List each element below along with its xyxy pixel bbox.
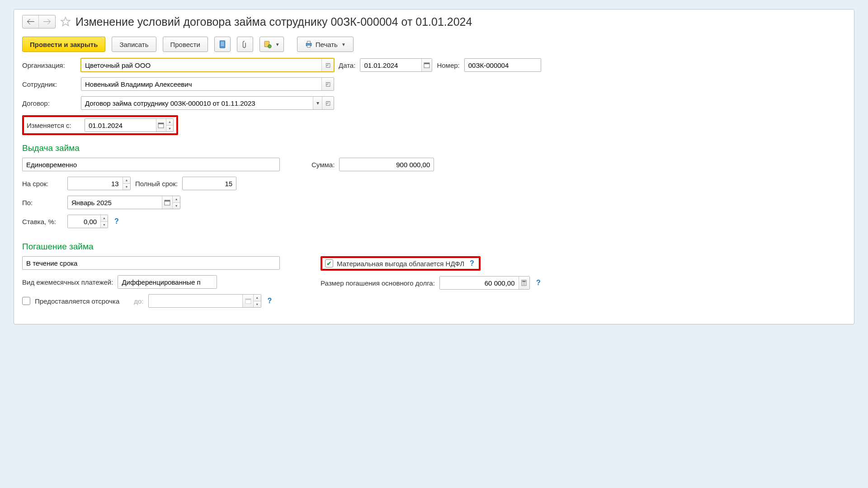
calendar-icon[interactable] — [162, 196, 172, 209]
contract-field[interactable]: ▾ ◰ — [81, 96, 334, 110]
help-icon[interactable]: ? — [266, 297, 274, 305]
chevron-down-icon: ▼ — [275, 42, 280, 47]
svg-rect-17 — [245, 299, 251, 300]
grace-checkbox[interactable] — [22, 297, 30, 305]
svg-point-24 — [524, 284, 524, 285]
svg-point-25 — [524, 284, 525, 285]
contract-input[interactable] — [81, 97, 313, 109]
report-icon-button[interactable] — [214, 37, 231, 52]
payment-type-label: Вид ежемесячных платежей: — [22, 278, 113, 286]
calendar-icon[interactable] — [421, 59, 432, 71]
calculator-icon[interactable] — [519, 277, 529, 289]
amount-input[interactable] — [340, 158, 434, 171]
rate-spinner[interactable]: ▲▼ — [100, 215, 108, 228]
open-ref-icon[interactable]: ◰ — [322, 97, 334, 109]
number-label: Номер: — [437, 61, 459, 69]
more-actions-button[interactable]: ▼ — [259, 37, 284, 52]
svg-rect-15 — [165, 200, 170, 202]
issuance-mode-input[interactable] — [23, 158, 279, 171]
issuance-block: На срок: ▲▼ Полный срок: По: ▲▼ — [22, 158, 846, 234]
for-term-input[interactable] — [68, 177, 123, 190]
grace-spinner[interactable]: ▲▼ — [253, 295, 261, 307]
help-icon[interactable]: ? — [534, 279, 542, 287]
amount-field[interactable] — [339, 158, 434, 171]
post-and-close-button[interactable]: Провести и закрыть — [22, 37, 105, 52]
employee-input[interactable] — [81, 78, 321, 90]
section-issuance-title: Выдача займа — [22, 143, 846, 153]
repayment-mode-input[interactable] — [23, 257, 279, 269]
svg-point-6 — [268, 45, 271, 48]
nav-forward-button[interactable]: 🡢 — [39, 15, 55, 28]
row-contract: Договор: ▾ ◰ — [22, 96, 846, 110]
until-label: По: — [22, 199, 63, 206]
changes-from-input[interactable] — [85, 119, 156, 131]
org-field[interactable]: ◰ — [81, 58, 334, 72]
help-icon[interactable]: ? — [113, 217, 121, 225]
org-input[interactable] — [81, 59, 321, 71]
full-term-label: Полный срок: — [135, 180, 178, 188]
date-spinner[interactable]: ▲▼ — [166, 119, 173, 131]
svg-marker-0 — [61, 17, 70, 26]
grace-label: Предоставляется отсрочка — [35, 297, 119, 305]
section-repayment-title: Погашение займа — [22, 242, 846, 252]
help-icon[interactable]: ? — [468, 259, 476, 267]
number-field[interactable] — [464, 58, 541, 72]
rate-field[interactable]: ▲▼ — [67, 215, 108, 228]
rate-label: Ставка, %: — [22, 218, 63, 225]
payment-type-input[interactable] — [118, 276, 217, 288]
svg-point-22 — [524, 283, 525, 284]
until-field[interactable]: ▲▼ — [67, 196, 180, 209]
calendar-icon[interactable] — [156, 119, 166, 131]
date-input[interactable] — [360, 59, 421, 71]
print-button[interactable]: Печать ▼ — [297, 37, 354, 52]
material-benefit-label: Материальная выгода облагается НДФЛ — [337, 260, 464, 267]
dropdown-icon[interactable]: ▾ — [313, 97, 322, 109]
grace-until-field[interactable]: ▲▼ — [148, 294, 261, 308]
nav-back-button[interactable]: 🡠 — [23, 15, 39, 28]
changes-from-field[interactable]: ▲▼ — [85, 118, 174, 132]
svg-point-20 — [523, 283, 524, 284]
employee-field[interactable]: ◰ — [81, 77, 334, 91]
for-term-field[interactable]: ▲▼ — [67, 177, 131, 190]
grace-until-label: до: — [134, 297, 143, 305]
rate-input[interactable] — [68, 215, 100, 228]
employee-label: Сотрудник: — [22, 80, 76, 88]
svg-rect-19 — [523, 281, 526, 282]
document-window: 🡠 🡢 Изменение условий договора займа сот… — [14, 9, 854, 324]
svg-rect-13 — [158, 123, 164, 124]
org-label: Организация: — [22, 61, 76, 69]
until-input[interactable] — [68, 196, 162, 209]
changes-from-label: Изменяется с: — [27, 122, 81, 129]
number-input[interactable] — [465, 59, 541, 71]
date-field[interactable] — [360, 58, 432, 72]
repayment-size-input[interactable] — [440, 277, 519, 289]
save-button[interactable]: Записать — [112, 37, 156, 52]
for-term-label: На срок: — [22, 180, 63, 188]
post-button[interactable]: Провести — [163, 37, 208, 52]
row-org-date-number: Организация: ◰ Дата: Номер: — [22, 58, 846, 72]
open-ref-icon[interactable]: ◰ — [321, 78, 334, 90]
calendar-icon[interactable] — [242, 295, 253, 307]
material-benefit-checkbox[interactable] — [325, 259, 333, 267]
until-spinner[interactable]: ▲▼ — [172, 196, 180, 209]
term-spinner[interactable]: ▲▼ — [123, 177, 130, 190]
svg-rect-9 — [307, 45, 310, 47]
page-title: Изменение условий договора займа сотрудн… — [75, 15, 472, 28]
payment-type-field[interactable] — [118, 275, 217, 289]
repayment-mode-field[interactable] — [22, 256, 280, 270]
svg-point-21 — [524, 283, 524, 284]
svg-point-23 — [523, 284, 524, 285]
repayment-size-field[interactable] — [439, 276, 530, 290]
chevron-down-icon: ▼ — [341, 42, 346, 47]
svg-rect-11 — [424, 63, 429, 64]
issuance-mode-field[interactable] — [22, 158, 280, 171]
favorite-star-icon[interactable] — [60, 16, 71, 27]
attachments-button[interactable] — [237, 37, 253, 52]
print-button-label: Печать — [316, 41, 338, 48]
repayment-size-label: Размер погашения основного долга: — [321, 279, 435, 287]
grace-until-input[interactable] — [149, 295, 243, 307]
repayment-block: Вид ежемесячных платежей: Предоставляетс… — [22, 256, 846, 313]
svg-rect-1 — [220, 41, 225, 48]
contract-label: Договор: — [22, 99, 76, 107]
open-ref-icon[interactable]: ◰ — [321, 59, 334, 71]
